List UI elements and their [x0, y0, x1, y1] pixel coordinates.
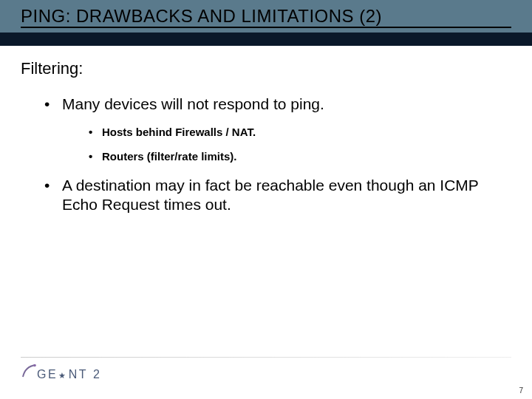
bullet-list: Many devices will not respond to ping. H… — [21, 95, 511, 214]
svg-point-0 — [33, 364, 36, 367]
footer-divider — [21, 357, 511, 358]
star-icon: ★ — [58, 371, 68, 381]
logo-part1: GE — [37, 368, 58, 381]
sub-bullet-list: Hosts behind Firewalls / NAT. Routers (f… — [62, 126, 511, 164]
content-area: Filtering: Many devices will not respond… — [0, 46, 532, 214]
slide-title: PING: DRAWBACKS AND LIMITATIONS (2) — [0, 6, 532, 27]
logo-part2: NT — [69, 368, 88, 381]
title-bar: PING: DRAWBACKS AND LIMITATIONS (2) — [0, 0, 532, 33]
logo-swoosh-icon — [21, 364, 37, 380]
accent-bar — [0, 33, 532, 46]
bullet-item: Many devices will not respond to ping. H… — [44, 95, 511, 164]
sub-bullet-item: Routers (filter/rate limits). — [89, 150, 511, 164]
bullet-item: A destination may in fact be reachable e… — [44, 176, 511, 215]
sub-bullet-item: Hosts behind Firewalls / NAT. — [89, 126, 511, 140]
slide-number: 7 — [519, 386, 523, 395]
section-heading: Filtering: — [21, 59, 511, 78]
title-underline — [21, 27, 511, 28]
logo-num: 2 — [93, 368, 101, 381]
footer: GE★NT 2 — [0, 357, 532, 381]
bullet-text: Many devices will not respond to ping. — [62, 95, 324, 112]
geant2-logo: GE★NT 2 — [21, 368, 511, 381]
logo-text: GE★NT 2 — [37, 368, 101, 381]
